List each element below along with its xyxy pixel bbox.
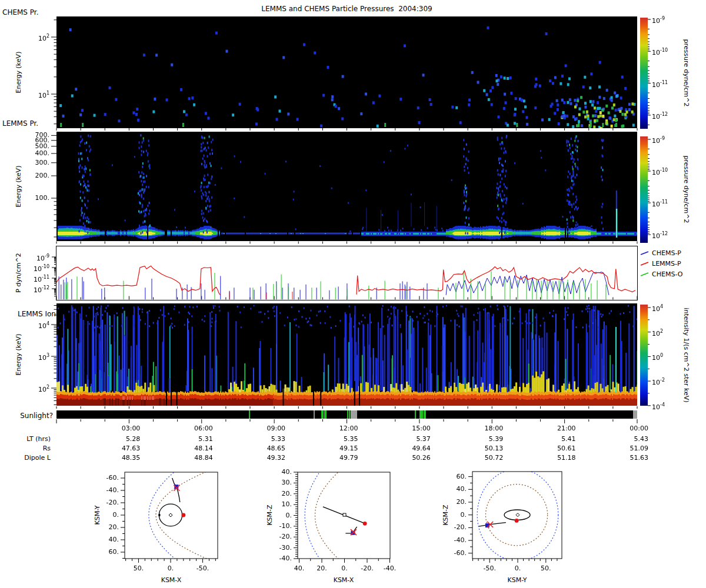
tick-label: 5.35 — [323, 435, 358, 443]
tick-label: 40. — [94, 536, 119, 543]
tick-label: 102 — [652, 328, 681, 338]
tick-label: 102 — [15, 32, 49, 42]
tick-label: 10-10 — [652, 166, 681, 176]
tick-label: 51.09 — [613, 445, 648, 452]
tick-label: 200. — [15, 172, 49, 179]
tick-label: 40. — [288, 564, 311, 572]
tick-label: 400. — [15, 149, 49, 157]
tick-label: 300. — [15, 159, 49, 166]
tick-label: -20. — [442, 523, 467, 531]
tick-label: 21:00 — [541, 425, 576, 432]
tick-label: 60. — [442, 473, 467, 480]
tick-label: 10. — [267, 500, 292, 508]
tick-label: 49.79 — [323, 454, 358, 462]
tick-label: 49.64 — [395, 445, 431, 452]
tick-label: 20. — [94, 523, 119, 531]
tick-label: 48.65 — [250, 445, 285, 452]
tick-label: 47.63 — [105, 445, 140, 452]
tick-label: 5.28 — [105, 435, 140, 443]
tick-label: 5.37 — [395, 435, 431, 443]
tick-label: 100 — [652, 352, 681, 362]
tick-label: 0. — [94, 511, 119, 519]
tick-label: 00:00 — [613, 425, 648, 432]
tick-label: 06:00 — [178, 425, 213, 432]
tick-label: -30. — [267, 544, 292, 552]
tick-label: 10-9 — [652, 15, 681, 25]
tick-label: 48.84 — [178, 454, 213, 462]
tick-label: -40. — [267, 554, 292, 562]
tick-label: -40. — [94, 486, 119, 494]
tick-label: 03:00 — [105, 425, 140, 432]
tick-label: 104 — [15, 320, 49, 330]
tick-label: 102 — [15, 383, 49, 393]
tick-label: 10-11 — [16, 273, 49, 283]
tick-label: -60. — [442, 549, 467, 557]
tick-label: -40. — [442, 536, 467, 544]
tick-label: 49.15 — [323, 445, 358, 452]
tick-label: 40. — [267, 468, 292, 476]
tick-label: 5.43 — [613, 435, 648, 443]
tick-label: 0. — [333, 564, 357, 572]
tick-label: 50.72 — [468, 454, 503, 462]
tick-label: 18:00 — [468, 425, 503, 432]
tick-label: 104 — [652, 303, 681, 313]
tick-label: -20. — [94, 499, 119, 506]
tick-label: 50. — [126, 564, 150, 572]
tick-label: 50.61 — [541, 445, 576, 452]
tick-label: 10-11 — [652, 198, 681, 208]
tick-label: 48.14 — [178, 445, 213, 452]
tick-label: 10-12 — [652, 111, 681, 121]
tick-label: 5.33 — [250, 435, 285, 443]
tick-label: -20. — [267, 533, 292, 540]
tick-label: 30. — [267, 479, 292, 486]
tick-label: 10-2 — [652, 376, 681, 386]
tick-label: 5.41 — [541, 435, 576, 443]
tick-label: 10-4 — [652, 401, 681, 411]
tick-label: 51.18 — [541, 454, 576, 462]
tick-label: 0. — [442, 511, 467, 519]
tick-label: 10-10 — [652, 46, 681, 56]
tick-label: 0. — [267, 512, 292, 519]
tick-label: 49.32 — [250, 454, 285, 462]
tick-label: -50. — [478, 564, 501, 572]
tick-label: 20. — [310, 564, 334, 572]
plot-page: { "title": "LEMMS and CHEMS Particle Pre… — [0, 0, 706, 588]
tick-label: -10. — [267, 522, 292, 530]
tick-label: 10-10 — [16, 263, 49, 273]
tick-label: 100. — [15, 194, 49, 202]
tick-label: -50. — [191, 564, 215, 572]
tick-label: 48.35 — [105, 454, 140, 462]
tick-label: 20. — [442, 498, 467, 506]
tick-label: 10-12 — [652, 230, 681, 240]
tick-label: 10-11 — [652, 79, 681, 89]
tick-label: 15:00 — [395, 425, 431, 432]
tick-label: 0. — [506, 564, 530, 572]
tick-label: 40. — [442, 485, 467, 493]
tick-label: 50. — [534, 564, 558, 572]
tick-label: 60. — [94, 548, 119, 556]
tick-label: 5.31 — [178, 435, 213, 443]
tick-label: 51.63 — [613, 454, 648, 462]
tick-label: 0. — [159, 564, 182, 572]
tick-label: 10-12 — [16, 284, 49, 294]
tick-label: 20. — [267, 490, 292, 497]
tick-label: 50.13 — [468, 445, 503, 452]
tick-label: 5.39 — [468, 435, 503, 443]
tick-label: 50.26 — [395, 454, 431, 462]
tick-label: 12:00 — [323, 425, 358, 432]
tick-label: 10-9 — [652, 135, 681, 145]
tick-label: 101 — [15, 89, 49, 99]
tick-label: 10-9 — [16, 252, 49, 262]
tick-label: -40. — [378, 564, 402, 572]
tick-label: -60. — [94, 474, 119, 482]
tick-label: 103 — [15, 352, 49, 362]
tick-label: 09:00 — [250, 425, 285, 432]
tick-label: 500. — [15, 142, 49, 150]
tick-label: -20. — [355, 564, 379, 572]
